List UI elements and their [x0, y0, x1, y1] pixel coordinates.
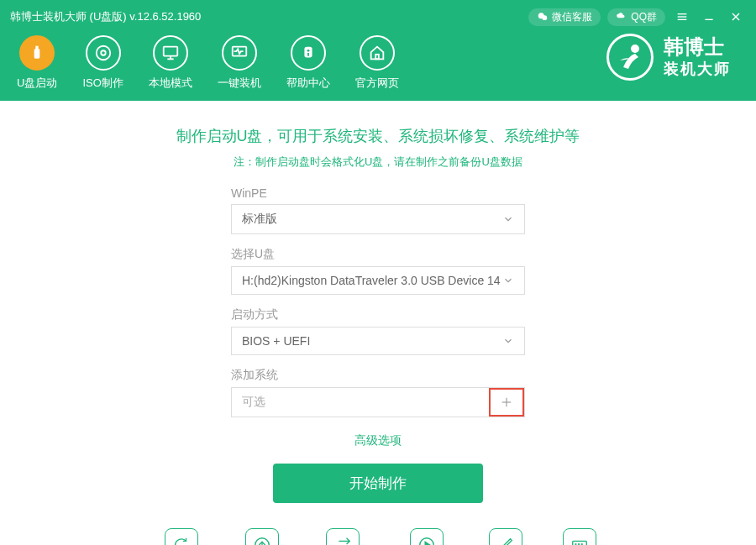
udisk-select[interactable]: H:(hd2)Kingston DataTraveler 3.0 USB Dev… [231, 266, 525, 295]
boot-mode-label: 启动方式 [231, 307, 525, 322]
tool-personalize[interactable]: 个性化 [489, 528, 522, 545]
svg-rect-8 [34, 49, 40, 59]
nav-tab-help[interactable]: 帮助中心 [286, 35, 330, 91]
minimize-button[interactable] [699, 7, 719, 27]
brand-subtitle: 装机大师 [664, 59, 731, 79]
nav-tab-website[interactable]: 官方网页 [355, 35, 399, 91]
nav-label: ISO制作 [82, 76, 123, 91]
play-icon [410, 528, 444, 545]
qq-group-button[interactable]: QQ群 [607, 8, 665, 26]
tool-return-space[interactable]: 归还空间 [160, 528, 203, 545]
add-system-button[interactable] [489, 388, 524, 417]
wechat-label: 微信客服 [552, 10, 592, 24]
boot-mode-value: BIOS + UEFI [242, 334, 310, 348]
udisk-label: 选择U盘 [231, 247, 525, 262]
svg-point-10 [96, 46, 110, 60]
tool-format-convert[interactable]: 格式转换 [321, 528, 365, 545]
svg-rect-19 [375, 55, 379, 60]
chevron-down-icon [502, 275, 514, 286]
chevron-down-icon [502, 335, 514, 347]
svg-point-30 [575, 544, 576, 545]
nav-label: 一键装机 [218, 76, 261, 91]
svg-point-17 [307, 50, 309, 52]
menu-button[interactable] [672, 7, 692, 27]
description-note: 注：制作启动盘时会格式化U盘，请在制作之前备份U盘数据 [34, 155, 722, 170]
nav-tab-install[interactable]: 一键装机 [218, 35, 261, 91]
nav-label: 本地模式 [149, 76, 192, 91]
svg-point-31 [578, 544, 579, 545]
nav-tab-iso[interactable]: ISO制作 [82, 35, 123, 91]
svg-point-20 [631, 45, 639, 53]
close-button[interactable] [726, 7, 746, 27]
chevron-down-icon [502, 213, 514, 225]
brand-title: 韩博士 [664, 35, 731, 60]
description-main: 制作启动U盘，可用于系统安装、系统损坏修复、系统维护等 [34, 126, 722, 146]
winpe-label: WinPE [231, 186, 525, 200]
svg-point-32 [581, 544, 582, 545]
disc-icon [86, 35, 121, 71]
advanced-options-link[interactable]: 高级选项 [354, 433, 402, 447]
wechat-service-button[interactable]: 微信客服 [528, 8, 601, 26]
add-system-label: 添加系统 [231, 368, 525, 383]
svg-rect-18 [307, 53, 309, 56]
winpe-select[interactable]: 标准版 [231, 204, 525, 234]
tool-upgrade-pe[interactable]: 升级PE [244, 528, 280, 545]
qq-label: QQ群 [631, 10, 657, 24]
info-icon [291, 35, 326, 71]
udisk-value: H:(hd2)Kingston DataTraveler 3.0 USB Dev… [242, 274, 501, 287]
svg-point-1 [543, 15, 548, 20]
svg-rect-12 [164, 47, 178, 56]
wechat-icon [537, 11, 549, 23]
brush-icon [489, 528, 522, 545]
nav-tab-local[interactable]: 本地模式 [149, 35, 192, 91]
nav-label: 帮助中心 [286, 76, 330, 91]
app-title: 韩博士装机大师 (U盘版) v.12.6.52.1960 [10, 9, 528, 24]
upgrade-icon [245, 528, 279, 545]
add-system-input[interactable]: 可选 [232, 388, 489, 417]
usb-icon [19, 35, 55, 71]
nav-tab-usb-boot[interactable]: U盘启动 [17, 35, 57, 91]
convert-icon [326, 528, 360, 545]
monitor-icon [153, 35, 188, 71]
home-icon [360, 35, 395, 71]
svg-marker-28 [425, 542, 430, 545]
heartbeat-icon [222, 35, 257, 71]
refresh-icon [165, 528, 198, 545]
tool-simulate-boot[interactable]: 模拟启动 [405, 528, 449, 545]
brand-logo-icon [606, 34, 654, 81]
nav-label: U盘启动 [17, 76, 57, 91]
nav-label: 官方网页 [355, 76, 399, 91]
winpe-value: 标准版 [242, 212, 277, 227]
cloud-icon [616, 11, 627, 23]
tool-hotkey[interactable]: 快捷键 [563, 528, 596, 545]
keyboard-icon [563, 528, 596, 545]
svg-point-11 [101, 50, 106, 55]
svg-rect-9 [36, 46, 39, 50]
boot-mode-select[interactable]: BIOS + UEFI [231, 327, 525, 355]
brand-section: 韩博士 装机大师 [606, 34, 731, 81]
start-create-button[interactable]: 开始制作 [273, 464, 483, 503]
